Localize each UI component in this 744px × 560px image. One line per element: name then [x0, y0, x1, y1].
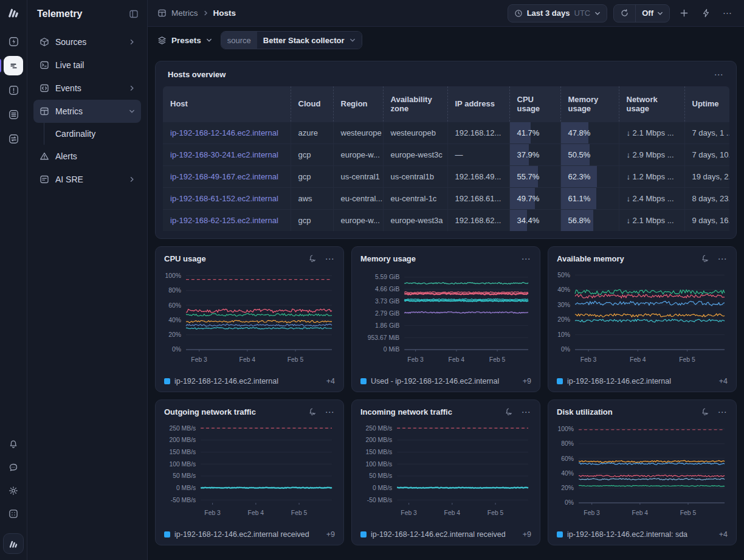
- chart-legend[interactable]: ip-192-168-12-146.ec2.internal received …: [360, 530, 531, 539]
- legend-more-count[interactable]: +9: [326, 530, 335, 539]
- sidebar-item-alerts[interactable]: Alerts: [33, 145, 141, 168]
- cell-host[interactable]: ip-192-168-62-125.ec2.internal: [163, 209, 291, 231]
- cell-host[interactable]: ip-192-168-30-241.ec2.internal: [163, 143, 291, 165]
- more-options-button[interactable]: ⋯: [720, 5, 735, 21]
- status-pages-icon[interactable]: [4, 105, 23, 124]
- svg-text:80%: 80%: [561, 440, 574, 447]
- col-header-memory-usage[interactable]: Memory usage: [560, 86, 619, 122]
- theme-sun-icon[interactable]: [4, 481, 23, 500]
- chart-more-button[interactable]: ⋯: [718, 254, 728, 263]
- command-menu-icon[interactable]: [4, 504, 23, 524]
- legend-more-count[interactable]: +9: [523, 377, 531, 385]
- svg-text:Feb 3: Feb 3: [401, 510, 417, 516]
- chart-more-button[interactable]: ⋯: [325, 254, 336, 263]
- svg-text:5.59 GiB: 5.59 GiB: [375, 274, 399, 280]
- sidebar-item-metrics[interactable]: Metrics: [33, 100, 141, 123]
- create-alert-bell-icon[interactable]: [308, 407, 317, 417]
- feedback-chat-icon[interactable]: [4, 458, 23, 477]
- legend-more-count[interactable]: +4: [326, 377, 335, 385]
- cell-ip-address: —: [447, 143, 509, 165]
- chart-canvas[interactable]: 0%20%40%60%80%100%Feb 3Feb 4Feb 5: [557, 420, 728, 519]
- cell-host[interactable]: ip-192-168-61-152.ec2.internal: [163, 187, 291, 209]
- table-row[interactable]: ip-192-168-30-241.ec2.internalgcpeurope-…: [163, 143, 729, 165]
- table-row[interactable]: ip-192-168-61-152.ec2.internalawseu-cent…: [163, 187, 729, 209]
- host-link[interactable]: ip-192-168-61-152.ec2.internal: [170, 194, 278, 203]
- cell-memory-usage: 61.1%: [560, 187, 619, 209]
- sidebar-item-ai-sre[interactable]: AI SRE: [33, 168, 141, 191]
- create-alert-bell-icon[interactable]: [700, 254, 709, 263]
- time-range-selector[interactable]: Last 3 days UTC: [508, 4, 608, 22]
- col-header-network-usage[interactable]: Network usage: [619, 86, 684, 122]
- presets-dropdown[interactable]: Presets: [157, 36, 212, 45]
- chart-canvas[interactable]: 0%10%20%30%40%50%Feb 3Feb 4Feb 5: [557, 267, 728, 365]
- incidents-icon[interactable]: [4, 80, 23, 100]
- col-header-cpu-usage[interactable]: CPU usage: [509, 86, 560, 122]
- chart-more-button[interactable]: ⋯: [522, 407, 532, 417]
- host-link[interactable]: ip-192-168-49-167.ec2.internal: [170, 172, 278, 181]
- refresh-button[interactable]: [614, 5, 635, 22]
- telemetry-icon[interactable]: [4, 56, 23, 75]
- col-header-ip-address[interactable]: IP address: [447, 86, 509, 122]
- host-link[interactable]: ip-192-168-62-125.ec2.internal: [170, 216, 278, 225]
- hosts-overview-title: Hosts overview: [168, 70, 226, 79]
- legend-more-count[interactable]: +4: [719, 530, 728, 539]
- table-row[interactable]: ip-192-168-49-167.ec2.internalgcpus-cent…: [163, 165, 729, 187]
- svg-text:80%: 80%: [168, 287, 181, 294]
- sidebar-item-cardinality[interactable]: Cardinality: [44, 123, 141, 145]
- app-title: Telemetry: [37, 9, 82, 19]
- legend-label: ip-192-168-12-146.ec2.internal received: [371, 530, 506, 539]
- breadcrumb-section[interactable]: Metrics: [171, 9, 198, 18]
- chart-canvas[interactable]: 0 MiB953.67 MiB1.86 GiB2.79 GiB3.73 GiB4…: [360, 267, 531, 365]
- legend-more-count[interactable]: +9: [523, 530, 531, 539]
- chart-more-button[interactable]: ⋯: [325, 407, 336, 417]
- create-alert-bell-icon[interactable]: [700, 407, 709, 417]
- cell-availability-zone: us-central1b: [383, 165, 447, 187]
- cell-host[interactable]: ip-192-168-49-167.ec2.internal: [163, 165, 291, 187]
- sidebar-item-sources[interactable]: Sources: [33, 30, 141, 54]
- legend-label: ip-192-168-12-146.ec2.internal: [567, 377, 671, 385]
- legend-more-count[interactable]: +4: [719, 377, 728, 385]
- chart-more-button[interactable]: ⋯: [522, 254, 532, 263]
- chart-more-button[interactable]: ⋯: [718, 407, 728, 417]
- cell-host[interactable]: ip-192-168-12-146.ec2.internal: [163, 122, 291, 143]
- sidebar-item-live-tail[interactable]: Live tail: [33, 54, 141, 77]
- zap-icon[interactable]: [698, 5, 714, 21]
- source-filter[interactable]: source Better Stack collector: [221, 31, 362, 49]
- table-row[interactable]: ip-192-168-12-146.ec2.internalazureweste…: [163, 122, 729, 143]
- col-header-host[interactable]: Host: [163, 86, 291, 122]
- host-link[interactable]: ip-192-168-12-146.ec2.internal: [170, 128, 278, 137]
- create-alert-bell-icon[interactable]: [308, 254, 317, 263]
- chart-canvas[interactable]: -50 MB/s0 MB/s50 MB/s100 MB/s150 MB/s200…: [164, 420, 335, 519]
- chart-canvas[interactable]: -50 MB/s0 MB/s50 MB/s100 MB/s150 MB/s200…: [360, 420, 531, 519]
- integrations-icon[interactable]: [4, 129, 23, 148]
- notifications-bell-icon[interactable]: [4, 435, 23, 454]
- breadcrumb-page: Hosts: [213, 9, 236, 18]
- collapse-sidebar-icon[interactable]: [129, 9, 139, 19]
- chart-legend[interactable]: ip-192-168-12-146.ec2.internal +4: [164, 377, 335, 385]
- table-row[interactable]: ip-192-168-62-125.ec2.internalgcpeurope-…: [163, 209, 729, 231]
- add-dashboard-button[interactable]: [676, 5, 692, 21]
- svg-text:60%: 60%: [168, 302, 181, 309]
- chart-legend[interactable]: Used - ip-192-168-12-146.ec2.internal +9: [360, 377, 531, 385]
- svg-text:20%: 20%: [168, 331, 181, 338]
- chart-legend[interactable]: ip-192-168-12-146.ec2.internal +4: [557, 377, 728, 385]
- auto-refresh-dropdown[interactable]: Off: [635, 5, 669, 22]
- card-more-button[interactable]: ⋯: [714, 70, 725, 79]
- chart-canvas[interactable]: 0%20%40%60%80%100%Feb 3Feb 4Feb 5: [164, 267, 335, 365]
- col-header-cloud[interactable]: Cloud: [291, 86, 333, 122]
- cell-availability-zone: europe-west3a: [383, 209, 447, 231]
- col-header-availability-zone[interactable]: Availability zone: [383, 86, 447, 122]
- host-link[interactable]: ip-192-168-30-241.ec2.internal: [170, 150, 278, 159]
- betterstack-logo-icon[interactable]: [7, 6, 20, 18]
- col-header-region[interactable]: Region: [333, 86, 383, 122]
- svg-text:150 MB/s: 150 MB/s: [169, 449, 196, 455]
- sidebar-item-events[interactable]: Events: [33, 77, 141, 100]
- col-header-uptime[interactable]: Uptime: [684, 86, 729, 122]
- chart-legend[interactable]: ip-192-168-12-146.ec2.internal received …: [164, 530, 335, 539]
- create-alert-bell-icon[interactable]: [504, 407, 513, 417]
- chevron-down-icon: [129, 108, 135, 114]
- workspace-logo[interactable]: [3, 533, 24, 554]
- svg-text:100%: 100%: [165, 272, 182, 279]
- uptime-monitors-icon[interactable]: [4, 32, 23, 51]
- chart-legend[interactable]: ip-192-168-12-146.ec2.internal: sda +4: [557, 530, 728, 539]
